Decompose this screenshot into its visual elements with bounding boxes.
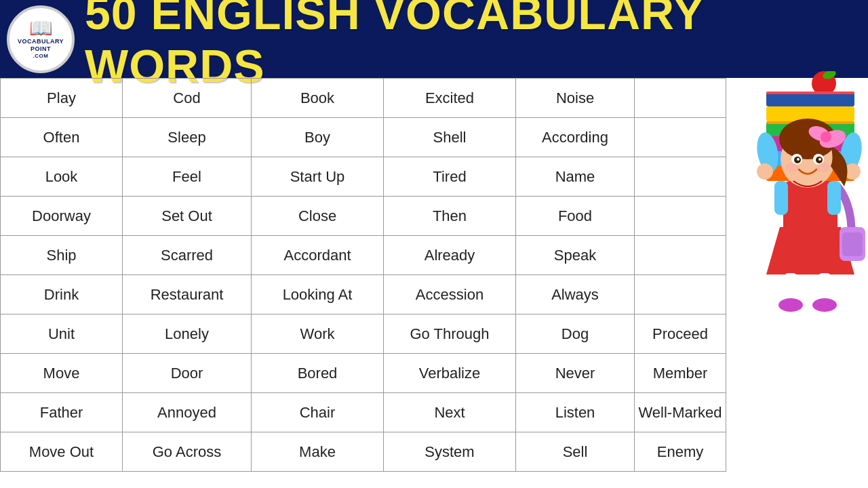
table-cell: Sell (516, 432, 635, 472)
table-cell: Enemy (635, 432, 726, 472)
table-row: MoveDoorBoredVerbalizeNeverMember (1, 354, 726, 393)
table-cell: Unit (1, 314, 123, 354)
table-cell: Often (1, 118, 123, 157)
table-cell: Chair (252, 393, 384, 432)
table-cell: Go Across (123, 432, 252, 472)
logo-subtext: POINT (31, 45, 51, 53)
table-cell: Name (516, 157, 635, 197)
logo: 📖 VOCABULARY POINT .COM (7, 5, 75, 73)
table-cell: Always (516, 275, 635, 314)
table-cell: Lonely (123, 314, 252, 354)
table-cell: Move (1, 354, 123, 393)
table-cell (635, 79, 726, 118)
table-cell: Drink (1, 275, 123, 314)
table-row: DrinkRestaurantLooking AtAccessionAlways (1, 275, 726, 314)
svg-point-18 (778, 298, 803, 312)
table-cell: Proceed (635, 314, 726, 354)
svg-point-33 (816, 163, 830, 172)
table-cell: Doorway (1, 197, 123, 236)
table-cell: Ship (1, 236, 123, 275)
table-row: DoorwaySet OutCloseThenFood (1, 197, 726, 236)
table-cell: Food (516, 197, 635, 236)
table-cell: Scarred (123, 236, 252, 275)
table-cell (635, 197, 726, 236)
table-cell: Excited (384, 79, 516, 118)
svg-point-12 (757, 163, 773, 180)
table-cell: Never (516, 354, 635, 393)
table-cell: Well-Marked (635, 393, 726, 432)
table-cell: Close (252, 197, 384, 236)
table-cell: Verbalize (384, 354, 516, 393)
table-row: OftenSleepBoyShellAccording (1, 118, 726, 157)
table-cell: Bored (252, 354, 384, 393)
table-cell: Go Through (384, 314, 516, 354)
table-cell: Door (123, 354, 252, 393)
girl-illustration (719, 71, 868, 329)
table-cell: Shell (384, 118, 516, 157)
page-wrapper: 📖 VOCABULARY POINT .COM 50 ENGLISH VOCAB… (0, 0, 868, 488)
table-cell: Play (1, 79, 123, 118)
table-cell: Noise (516, 79, 635, 118)
table-cell: Annoyed (123, 393, 252, 432)
table-cell: Move Out (1, 432, 123, 472)
table-cell: Book (252, 79, 384, 118)
table-cell: Restaurant (123, 275, 252, 314)
table-cell: Dog (516, 314, 635, 354)
vocabulary-table: PlayCodBookExcitedNoiseOftenSleepBoyShel… (0, 78, 726, 472)
table-cell: Look (1, 157, 123, 197)
svg-point-19 (812, 298, 837, 312)
table-row: LookFeelStart UpTiredName (1, 157, 726, 197)
table-cell: Then (384, 197, 516, 236)
logo-com: .COM (33, 53, 49, 60)
table-row: Move OutGo AcrossMakeSystemSellEnemy (1, 432, 726, 472)
table-cell: Father (1, 393, 123, 432)
table-cell: Feel (123, 157, 252, 197)
table-cell: Set Out (123, 197, 252, 236)
table-cell: Sleep (123, 118, 252, 157)
table-cell (635, 275, 726, 314)
table-cell: Boy (252, 118, 384, 157)
logo-text: VOCABULARY (18, 38, 64, 45)
table-row: UnitLonelyWorkGo ThroughDogProceed (1, 314, 726, 354)
table-row: PlayCodBookExcitedNoise (1, 79, 726, 118)
header: 📖 VOCABULARY POINT .COM 50 ENGLISH VOCAB… (0, 0, 868, 78)
svg-rect-37 (827, 181, 841, 215)
table-cell: Tired (384, 157, 516, 197)
table-cell: Work (252, 314, 384, 354)
table-row: FatherAnnoyedChairNextListenWell-Marked (1, 393, 726, 432)
vocabulary-table-container: PlayCodBookExcitedNoiseOftenSleepBoyShel… (0, 78, 726, 472)
table-cell (635, 118, 726, 157)
table-cell: Start Up (252, 157, 384, 197)
svg-rect-3 (766, 92, 854, 94)
svg-rect-35 (842, 232, 863, 256)
table-cell: Looking At (252, 275, 384, 314)
table-cell (635, 157, 726, 197)
table-cell: Already (384, 236, 516, 275)
svg-rect-36 (774, 181, 788, 215)
table-cell (635, 236, 726, 275)
table-cell: Make (252, 432, 384, 472)
table-cell: Listen (516, 393, 635, 432)
svg-point-31 (818, 158, 821, 161)
svg-point-25 (821, 131, 831, 142)
table-cell: According (516, 118, 635, 157)
table-cell: Cod (123, 79, 252, 118)
table-cell: Speak (516, 236, 635, 275)
svg-point-30 (797, 158, 800, 161)
table-cell: Accession (384, 275, 516, 314)
table-row: ShipScarredAccordantAlreadySpeak (1, 236, 726, 275)
svg-point-32 (785, 163, 799, 172)
table-cell: Accordant (252, 236, 384, 275)
table-cell: Next (384, 393, 516, 432)
table-cell: Member (635, 354, 726, 393)
table-cell: System (384, 432, 516, 472)
logo-icon: 📖 (29, 19, 53, 38)
